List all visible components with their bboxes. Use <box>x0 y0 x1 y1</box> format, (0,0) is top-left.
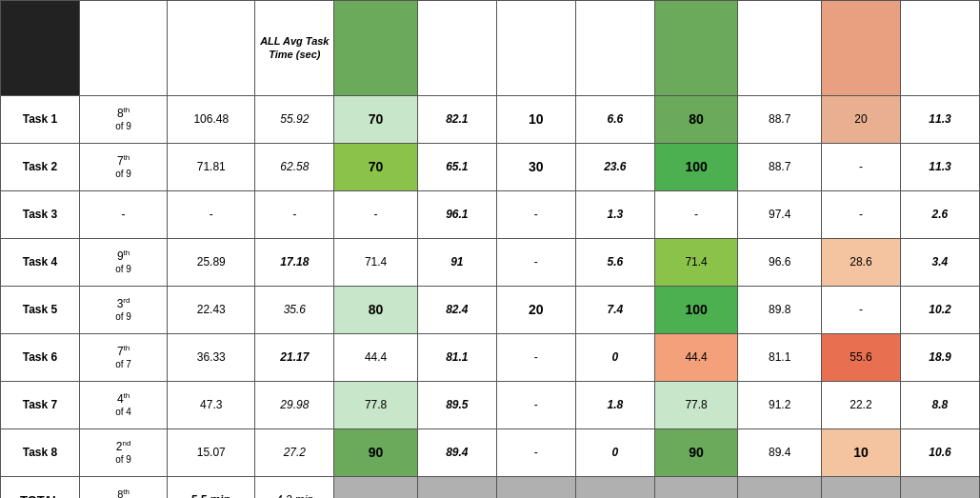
fr-oxford-cell: 55.6 <box>821 334 900 382</box>
header-esr-all <box>417 1 496 96</box>
asr-oxford-cell: 30 <box>496 144 575 191</box>
task-label: Task 7 <box>1 382 80 429</box>
all-avg-cell: 55.92 <box>255 96 334 144</box>
osr-all-cell: 97.4 <box>738 191 822 239</box>
fr-oxford-cell: - <box>821 287 900 334</box>
table-row: Task 4 9thof 9 25.89 17.18 71.4 91 - 5.6… <box>1 239 980 287</box>
header-esr-oxford <box>334 1 418 96</box>
asr-oxford-cell: 20 <box>496 287 575 334</box>
avg-task-cell: 47.3 <box>168 382 255 429</box>
asr-all-cell: 23.6 <box>575 144 654 191</box>
avg-task-cell: 25.89 <box>168 239 255 287</box>
esr-oxford-cell: 71.4 <box>334 239 418 287</box>
avg-task-cell: 36.33 <box>168 334 255 382</box>
fr-all-cell: 11.3 <box>900 144 979 191</box>
all-avg-cell: 17.18 <box>255 239 334 287</box>
avg-task-cell: 15.07 <box>168 429 255 477</box>
asr-all-cell: 0 <box>575 334 654 382</box>
rank-cell: - <box>79 191 167 239</box>
fr-all-cell: 10.6 <box>900 429 979 477</box>
header-oxford <box>1 1 80 96</box>
all-avg-cell: 29.98 <box>255 382 334 429</box>
header-asr-oxford <box>496 1 575 96</box>
table-row: Task 2 7thof 9 71.81 62.58 70 65.1 30 23… <box>1 144 980 191</box>
task-label: Task 6 <box>1 334 80 382</box>
osr-oxford-cell: 71.4 <box>654 239 738 287</box>
osr-oxford-cell: 80 <box>654 96 738 144</box>
table-row: Task 3 - - - - 96.1 - 1.3 - 97.4 - 2.6 <box>1 191 980 239</box>
esr-all-cell: 91 <box>417 239 496 287</box>
asr-oxford-cell: - <box>496 191 575 239</box>
main-table-container: ALL Avg Task Time (sec) <box>0 0 980 498</box>
all-avg-cell: 35.6 <box>255 287 334 334</box>
osr-all-cell: 88.7 <box>738 96 822 144</box>
esr-oxford-cell: 70 <box>334 144 418 191</box>
osr-all-cell: 88.7 <box>738 144 822 191</box>
fr-oxford-cell: 28.6 <box>821 239 900 287</box>
header-all-avg: ALL Avg Task Time (sec) <box>255 1 334 96</box>
total-label: TOTAL <box>1 477 80 499</box>
total-fr-all <box>900 477 979 499</box>
asr-all-cell: 1.3 <box>575 191 654 239</box>
total-fr-oxford <box>821 477 900 499</box>
esr-all-cell: 82.1 <box>417 96 496 144</box>
all-avg-cell: - <box>255 191 334 239</box>
task-label: Task 1 <box>1 96 80 144</box>
fr-oxford-cell: - <box>821 191 900 239</box>
header-asr-all <box>575 1 654 96</box>
task-label: Task 3 <box>1 191 80 239</box>
rank-cell: 7thof 9 <box>79 144 167 191</box>
header-avg-task <box>168 1 255 96</box>
fr-all-cell: 2.6 <box>900 191 979 239</box>
esr-all-cell: 65.1 <box>417 144 496 191</box>
header-row: ALL Avg Task Time (sec) <box>1 1 980 96</box>
task-label: Task 5 <box>1 287 80 334</box>
fr-all-cell: 3.4 <box>900 239 979 287</box>
esr-oxford-cell: 90 <box>334 429 418 477</box>
total-osr-all <box>738 477 822 499</box>
table-row: Task 5 3rdof 9 22.43 35.6 80 82.4 20 7.4… <box>1 287 980 334</box>
total-osr-oxford <box>654 477 738 499</box>
rank-cell: 9thof 9 <box>79 239 167 287</box>
fr-all-cell: 18.9 <box>900 334 979 382</box>
osr-oxford-cell: 77.8 <box>654 382 738 429</box>
avg-task-cell: 71.81 <box>168 144 255 191</box>
esr-oxford-cell: 80 <box>334 287 418 334</box>
asr-all-cell: 5.6 <box>575 239 654 287</box>
all-avg-cell: 62.58 <box>255 144 334 191</box>
osr-all-cell: 91.2 <box>738 382 822 429</box>
asr-all-cell: 1.8 <box>575 382 654 429</box>
rank-cell: 8thof 9 <box>79 96 167 144</box>
asr-all-cell: 7.4 <box>575 287 654 334</box>
esr-all-cell: 82.4 <box>417 287 496 334</box>
table-row: Task 1 8thof 9 106.48 55.92 70 82.1 10 6… <box>1 96 980 144</box>
task-label: Task 2 <box>1 144 80 191</box>
fr-all-cell: 11.3 <box>900 96 979 144</box>
osr-oxford-cell: - <box>654 191 738 239</box>
total-avg: 5.5 min <box>168 477 255 499</box>
fr-oxford-cell: 10 <box>821 429 900 477</box>
esr-oxford-cell: 44.4 <box>334 334 418 382</box>
esr-all-cell: 96.1 <box>417 191 496 239</box>
table-row: Task 8 2ndof 9 15.07 27.2 90 89.4 - 0 90… <box>1 429 980 477</box>
fr-oxford-cell: 20 <box>821 96 900 144</box>
asr-oxford-cell: - <box>496 429 575 477</box>
header-rank <box>79 1 167 96</box>
osr-oxford-cell: 44.4 <box>654 334 738 382</box>
total-esr-all <box>417 477 496 499</box>
esr-all-cell: 81.1 <box>417 334 496 382</box>
asr-oxford-cell: - <box>496 382 575 429</box>
total-rank: 8thof 9 <box>79 477 167 499</box>
avg-task-cell: - <box>168 191 255 239</box>
total-all-avg: 4.2 min <box>255 477 334 499</box>
table-row: Task 7 4thof 4 47.3 29.98 77.8 89.5 - 1.… <box>1 382 980 429</box>
asr-oxford-cell: - <box>496 239 575 287</box>
total-asr-all <box>575 477 654 499</box>
osr-oxford-cell: 90 <box>654 429 738 477</box>
header-osr-oxford <box>654 1 738 96</box>
task-label: Task 4 <box>1 239 80 287</box>
table-row: Task 6 7thof 7 36.33 21.17 44.4 81.1 - 0… <box>1 334 980 382</box>
asr-oxford-cell: 10 <box>496 96 575 144</box>
rank-cell: 4thof 4 <box>79 382 167 429</box>
all-avg-cell: 21.17 <box>255 334 334 382</box>
